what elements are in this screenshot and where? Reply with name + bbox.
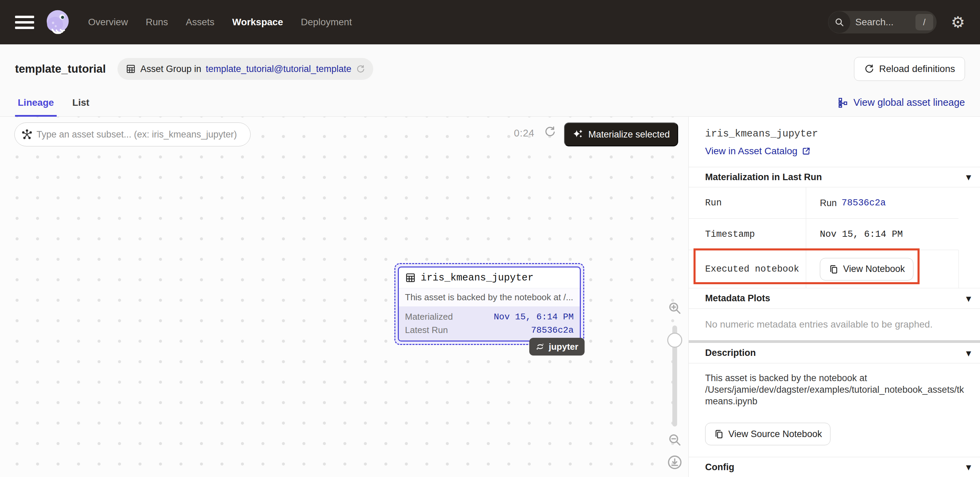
global-search[interactable]: /	[828, 11, 937, 33]
asset-node-stats: Materialized Nov 15, 6:14 PM Latest Run …	[399, 306, 580, 341]
dagster-logo[interactable]	[43, 8, 72, 37]
lineage-graph-canvas[interactable]: 0:24 Materialize selected	[0, 117, 689, 477]
reload-definitions-label: Reload definitions	[879, 63, 955, 74]
view-notebook-button[interactable]: View Notebook	[820, 258, 913, 280]
view-in-asset-catalog-link[interactable]: View in Asset Catalog	[705, 146, 964, 157]
timestamp-value: Nov 15, 6:14 PM	[820, 229, 903, 239]
nav-item-deployment[interactable]: Deployment	[301, 17, 352, 28]
section-config[interactable]: Config ▾	[689, 457, 980, 477]
octopus-logo-icon	[43, 8, 72, 37]
refresh-icon	[864, 64, 874, 74]
description-text: This asset is backed by the notebook at …	[705, 372, 968, 407]
chevron-down-icon: ▾	[966, 172, 971, 182]
materialize-selected-button[interactable]: Materialize selected	[564, 122, 678, 146]
notebook-copy-icon	[714, 429, 724, 439]
latest-run-label: Latest Run	[405, 325, 448, 335]
asset-node-description: This asset is backed by the notebook at …	[399, 288, 580, 306]
chevron-down-icon: ▾	[966, 462, 971, 472]
table-asset-icon	[405, 272, 416, 283]
metadata-plots-empty-text: No numeric metadata entries available to…	[689, 309, 980, 340]
asset-node-name: iris_kmeans_jupyter	[421, 272, 534, 284]
settings-gear-icon[interactable]: ⚙	[951, 14, 965, 30]
hamburger-menu-icon[interactable]	[15, 16, 34, 29]
view-source-notebook-button[interactable]: View Source Notebook	[705, 423, 830, 445]
nav-item-runs[interactable]: Runs	[146, 17, 168, 28]
section-materialization-in-last-run[interactable]: Materialization in Last Run ▾	[689, 167, 980, 187]
reload-location-icon[interactable]	[356, 65, 365, 74]
materialization-section-title: Materialization in Last Run	[705, 172, 822, 182]
lineage-graph-icon	[838, 97, 848, 108]
latest-run-link[interactable]: 78536c2a	[531, 325, 574, 335]
download-image-button[interactable]	[667, 455, 682, 470]
asset-sidebar: iris_kmeans_jupyter View in Asset Catalo…	[689, 117, 980, 477]
nav-item-workspace[interactable]: Workspace	[232, 17, 283, 28]
asset-subset-filter[interactable]	[14, 122, 251, 146]
asset-node-iris-kmeans-jupyter[interactable]: iris_kmeans_jupyter This asset is backed…	[398, 266, 581, 342]
view-global-asset-lineage-label: View global asset lineage	[853, 97, 965, 108]
nav-item-overview[interactable]: Overview	[88, 17, 128, 28]
chevron-down-icon: ▾	[966, 348, 971, 358]
nav-item-assets[interactable]: Assets	[186, 17, 215, 28]
table-row-executed-notebook: Executed notebook View Notebook	[689, 250, 980, 288]
search-shortcut-key: /	[915, 14, 933, 30]
kind-tag-jupyter[interactable]: jupyter	[529, 338, 585, 355]
reload-definitions-button[interactable]: Reload definitions	[854, 57, 965, 81]
sparkles-icon	[572, 128, 584, 140]
page-title: template_tutorial	[15, 62, 106, 75]
refresh-timer: 0:24	[514, 128, 535, 139]
asset-node-selection[interactable]: iris_kmeans_jupyter This asset is backed…	[395, 263, 584, 345]
view-global-asset-lineage-link[interactable]: View global asset lineage	[838, 97, 965, 116]
section-metadata-plots[interactable]: Metadata Plots ▾	[689, 288, 980, 309]
row-key-timestamp: Timestamp	[689, 219, 806, 250]
run-id-link[interactable]: 78536c2a	[842, 198, 886, 208]
view-source-notebook-label: View Source Notebook	[728, 429, 822, 439]
sidebar-asset-title: iris_kmeans_jupyter	[705, 128, 964, 139]
asset-subset-input[interactable]	[37, 129, 243, 140]
zoom-in-button[interactable]	[668, 301, 682, 315]
search-icon	[828, 11, 850, 33]
zoom-controls	[667, 301, 683, 470]
view-notebook-label: View Notebook	[843, 264, 905, 274]
materialized-label: Materialized	[405, 312, 453, 322]
tab-lineage[interactable]: Lineage	[15, 97, 57, 117]
row-key-run: Run	[689, 187, 806, 219]
notebook-copy-icon	[828, 264, 838, 274]
op-selector-icon	[22, 129, 32, 140]
page-header: template_tutorial Asset Group in templat…	[0, 44, 980, 81]
table-row-run: Run Run 78536c2a	[689, 187, 980, 219]
asset-group-label: Asset Group in	[140, 64, 202, 74]
kind-tag-label: jupyter	[549, 342, 578, 352]
refresh-graph-icon[interactable]	[544, 125, 556, 138]
tabs-row: Lineage List View global asset lineage	[0, 81, 980, 117]
tab-list[interactable]: List	[70, 97, 92, 117]
config-title: Config	[705, 462, 734, 472]
materialized-value: Nov 15, 6:14 PM	[494, 312, 574, 322]
main-area: 0:24 Materialize selected	[0, 117, 980, 477]
description-title: Description	[705, 348, 756, 358]
materialize-selected-label: Materialize selected	[588, 129, 670, 140]
table-row-timestamp: Timestamp Nov 15, 6:14 PM	[689, 219, 980, 250]
metadata-plots-title: Metadata Plots	[705, 293, 770, 304]
asset-group-grid-icon	[126, 64, 136, 74]
top-nav: Overview Runs Assets Workspace Deploymen…	[0, 0, 980, 44]
row-key-executed-notebook: Executed notebook	[689, 250, 806, 288]
external-link-icon	[802, 146, 811, 156]
chevron-down-icon: ▾	[966, 293, 971, 304]
zoom-out-button[interactable]	[668, 433, 682, 447]
section-description[interactable]: Description ▾	[689, 343, 980, 363]
view-in-asset-catalog-label: View in Asset Catalog	[705, 146, 797, 157]
asset-group-link[interactable]: template_tutorial@tutorial_template	[205, 64, 352, 74]
search-input[interactable]	[851, 17, 915, 28]
asset-group-badge: Asset Group in template_tutorial@tutoria…	[118, 58, 373, 80]
run-value-prefix: Run	[820, 198, 837, 209]
main-nav: Overview Runs Assets Workspace Deploymen…	[88, 17, 352, 28]
jupyter-icon	[535, 342, 545, 352]
zoom-slider-knob[interactable]	[667, 333, 682, 348]
zoom-slider[interactable]	[667, 325, 683, 426]
section-divider	[689, 340, 980, 343]
